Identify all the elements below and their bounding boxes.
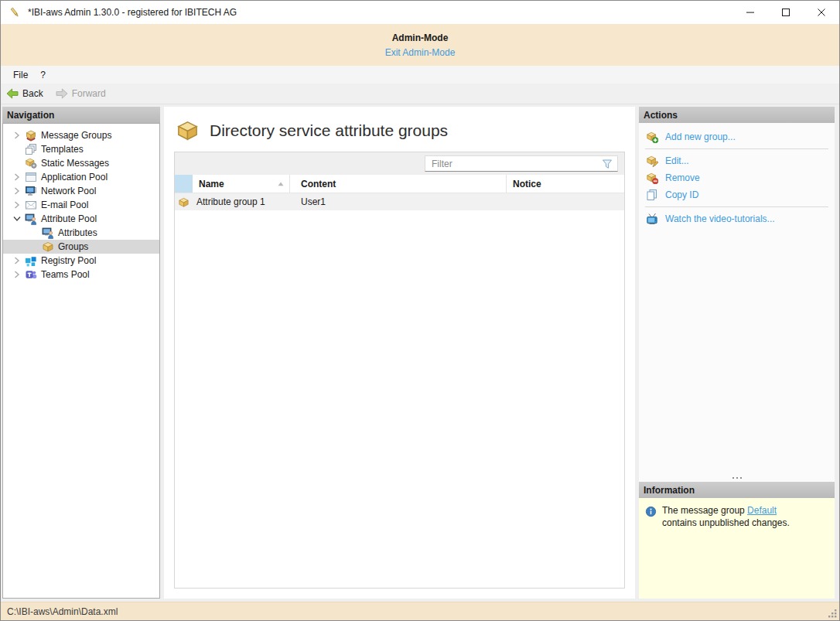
email-pool-icon: [25, 199, 37, 211]
status-bar: C:\IBI-aws\Admin\Data.xml: [1, 602, 839, 620]
expand-chevron-icon[interactable]: [9, 173, 25, 181]
app-window: *IBI-aws Admin 1.30.0 - registered for I…: [0, 0, 840, 621]
maximize-button[interactable]: [768, 1, 804, 24]
add-new-group-link[interactable]: Add new group...: [639, 128, 835, 145]
row-icon-cell: [175, 196, 193, 208]
menu-file[interactable]: File: [7, 67, 34, 83]
column-label: Content: [301, 179, 336, 189]
navigation-header: Navigation: [2, 107, 160, 123]
information-body: The message group Default contains unpub…: [639, 498, 835, 599]
remove-group-icon: [646, 172, 658, 184]
actions-spacer: [639, 227, 835, 473]
navigation-tree: Message Groups Templates Static Messages…: [2, 123, 160, 599]
groups-icon: [42, 241, 54, 253]
column-label: Notice: [513, 179, 541, 189]
action-list: Add new group... Edit... Remove Copy ID: [639, 123, 835, 227]
filter-input[interactable]: [432, 159, 597, 169]
tree-label: Attribute Pool: [41, 213, 97, 224]
network-pool-icon: [25, 185, 37, 197]
table-header-icon-column[interactable]: [175, 175, 193, 193]
tree-item-attributes[interactable]: Attributes: [3, 226, 159, 240]
row-content-cell: User1: [290, 196, 507, 207]
close-icon: [818, 9, 825, 16]
toolbar: Back Forward: [1, 84, 839, 104]
tree-item-message-groups[interactable]: Message Groups: [3, 128, 159, 142]
close-button[interactable]: [804, 1, 839, 24]
tree-label: Templates: [41, 144, 84, 155]
back-button[interactable]: Back: [6, 87, 43, 100]
tree-item-teams-pool[interactable]: Teams Pool: [3, 268, 159, 281]
actions-panel: Actions Add new group... Edit... Remove: [639, 107, 835, 599]
forward-label: Forward: [72, 88, 106, 99]
copy-icon: [646, 189, 658, 201]
sort-ascending-icon: [278, 182, 284, 186]
information-message: The message group Default contains unpub…: [662, 505, 811, 592]
tree-item-application-pool[interactable]: Application Pool: [3, 170, 159, 184]
content-panel: Directory service attribute groups Name: [164, 107, 635, 599]
actions-header: Actions: [639, 107, 835, 123]
message-groups-icon: [25, 129, 37, 142]
tree-item-attribute-pool[interactable]: Attribute Pool: [3, 212, 159, 226]
tree-item-groups[interactable]: Groups: [3, 240, 159, 254]
status-file-path: C:\IBI-aws\Admin\Data.xml: [7, 606, 118, 617]
column-label: Name: [199, 179, 224, 189]
expand-chevron-icon[interactable]: [9, 271, 25, 278]
tree-label: Groups: [58, 241, 88, 252]
table-header-name[interactable]: Name: [193, 175, 290, 193]
expand-chevron-icon[interactable]: [9, 201, 25, 209]
filter-bar: [175, 152, 624, 175]
edit-link[interactable]: Edit...: [639, 152, 835, 169]
content-header: Directory service attribute groups: [164, 107, 635, 151]
action-label: Watch the video-tutorials...: [665, 213, 775, 224]
table-row[interactable]: Attribute group 1 User1: [175, 193, 624, 210]
tree-label: Message Groups: [41, 130, 111, 141]
video-tutorials-link[interactable]: Watch the video-tutorials...: [639, 210, 835, 227]
maximize-icon: [782, 9, 790, 16]
title-bar: *IBI-aws Admin 1.30.0 - registered for I…: [1, 1, 839, 24]
tree-item-registry-pool[interactable]: Registry Pool: [3, 254, 159, 268]
minimize-button[interactable]: [732, 1, 768, 24]
tree-item-static-messages[interactable]: Static Messages: [3, 156, 159, 170]
menu-help[interactable]: ?: [34, 67, 52, 83]
tree-label: Application Pool: [41, 172, 108, 183]
action-label: Edit...: [665, 155, 689, 166]
panel-splitter[interactable]: [639, 473, 835, 482]
forward-button[interactable]: Forward: [56, 87, 106, 100]
tree-item-templates[interactable]: Templates: [3, 142, 159, 156]
expand-chevron-icon[interactable]: [9, 257, 25, 264]
default-group-link[interactable]: Default: [747, 505, 777, 516]
table-header-notice[interactable]: Notice: [507, 175, 624, 193]
info-text-prefix: The message group: [662, 505, 747, 516]
templates-icon: [25, 143, 37, 155]
table-header-content[interactable]: Content: [290, 175, 507, 193]
tree-label: Registry Pool: [41, 255, 96, 266]
edit-group-icon: [646, 155, 658, 167]
back-arrow-icon: [6, 87, 19, 100]
tree-label: Teams Pool: [41, 269, 90, 280]
filter-funnel-icon[interactable]: [602, 159, 613, 169]
copy-id-link[interactable]: Copy ID: [639, 186, 835, 203]
groups-table: Name Content Notice Attribute group 1: [174, 152, 625, 589]
tree-item-email-pool[interactable]: E-mail Pool: [3, 198, 159, 212]
separator: [645, 206, 828, 207]
tree-label: Network Pool: [41, 186, 96, 196]
remove-link[interactable]: Remove: [639, 169, 835, 186]
static-messages-icon: [25, 157, 37, 169]
exit-admin-mode-link[interactable]: Exit Admin-Mode: [385, 47, 456, 58]
row-name-cell: Attribute group 1: [193, 196, 290, 207]
forward-arrow-icon: [56, 87, 68, 100]
main-area: Navigation Message Groups Templates Stat…: [1, 104, 839, 602]
expand-chevron-icon[interactable]: [9, 131, 25, 139]
collapse-chevron-icon[interactable]: [9, 216, 25, 222]
tree-item-network-pool[interactable]: Network Pool: [3, 184, 159, 198]
back-label: Back: [22, 88, 43, 99]
menu-bar: File ?: [1, 66, 839, 84]
information-header: Information: [639, 482, 835, 498]
registry-pool-icon: [25, 254, 37, 267]
info-icon: [645, 506, 657, 517]
resize-grip[interactable]: [827, 608, 838, 619]
info-text-suffix: contains unpublished changes.: [662, 517, 790, 528]
group-box-icon: [178, 196, 190, 208]
expand-chevron-icon[interactable]: [9, 187, 25, 195]
app-logo-icon: [9, 6, 21, 19]
